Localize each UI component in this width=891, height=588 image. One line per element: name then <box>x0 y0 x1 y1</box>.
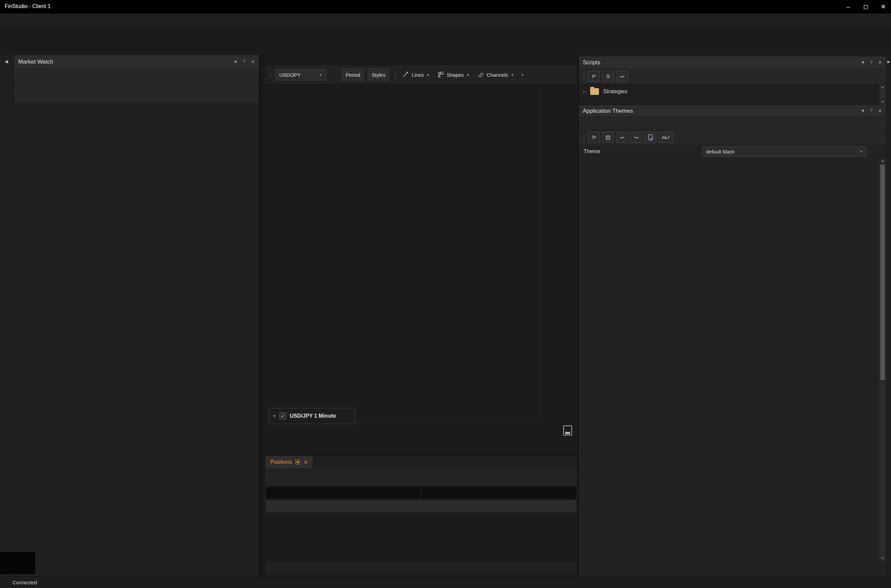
settings-scrollbar[interactable]: ▲ ▼ <box>879 158 886 561</box>
scripts-toolbar: ⋮ P S ⮠ <box>579 69 886 84</box>
market-watch-toolbar <box>14 69 259 84</box>
chart-toolbar: ⋮ USD/JPY▼ Period Styles ⋮ Lines▼ Shapes… <box>265 65 577 85</box>
market-watch-title: Market Watch <box>18 58 53 65</box>
pin-icon[interactable]: ⊤ <box>870 60 873 65</box>
toolbar-grip-icon[interactable]: ⋮ <box>581 136 585 139</box>
toolbar-overflow-icon[interactable]: ▼ <box>521 73 524 77</box>
theme-row: Theme default black▼ <box>579 145 886 158</box>
document-tabs <box>0 45 891 55</box>
main-toolbar <box>0 27 891 45</box>
time-axis[interactable] <box>288 423 539 440</box>
status-bar: Connected <box>0 576 891 588</box>
chart-area: ▼ ✓ USD/JPY 1 Minute <box>265 85 577 440</box>
close-panel-icon[interactable]: ✕ <box>251 59 255 64</box>
toolbar-grip-icon[interactable]: ⋮ <box>393 74 397 76</box>
scroll-thumb[interactable] <box>880 165 885 380</box>
new-script-icon[interactable]: S <box>602 71 614 82</box>
pin-icon[interactable]: ⊤ <box>242 59 246 64</box>
channels-dropdown[interactable]: Channels▼ <box>475 71 516 78</box>
empty-corner-block <box>0 552 35 574</box>
refresh-icon[interactable]: ⟳ <box>588 132 600 143</box>
period-button[interactable]: Period <box>342 68 364 81</box>
new-project-icon[interactable]: P <box>588 71 600 82</box>
left-collapse-gutter[interactable]: ◀ <box>0 55 14 576</box>
legend-label: USD/JPY 1 Minute <box>290 413 336 419</box>
export-theme-icon[interactable]: ⮡ <box>631 132 642 143</box>
positions-body <box>265 513 577 560</box>
chevron-down-icon[interactable]: ▼ <box>233 59 238 64</box>
chart-bottom-tabs <box>265 440 577 455</box>
window-copy-icon <box>295 460 300 465</box>
positions-actions <box>265 468 577 486</box>
maximize-button[interactable]: ◻ <box>861 3 870 10</box>
theme-select[interactable]: default black▼ <box>702 146 867 156</box>
theme-settings-list: ▲ ▼ <box>579 158 886 561</box>
folder-icon <box>590 88 599 95</box>
import-theme-icon[interactable]: ⮠ <box>617 132 628 143</box>
chart-workspace: ⋮ USD/JPY▼ Period Styles ⋮ Lines▼ Shapes… <box>265 55 577 576</box>
theme-label: Theme <box>584 148 600 154</box>
candlestick-plot[interactable] <box>288 85 539 423</box>
positions-tab[interactable]: Positions ✕ <box>265 456 313 468</box>
themes-tabs <box>579 117 886 130</box>
scroll-down-icon[interactable]: ▼ <box>879 555 886 561</box>
rename-theme-icon[interactable]: Ab <box>659 132 673 143</box>
price-axis[interactable] <box>539 85 577 423</box>
close-button[interactable]: ✕ <box>879 3 888 10</box>
toolbar-grip-icon[interactable]: ⋮ <box>581 75 585 78</box>
collapse-left-icon: ◀ <box>5 59 8 64</box>
save-theme-icon[interactable] <box>645 132 656 143</box>
scripts-tree: ▷ Strategies ▲ ▼ <box>579 84 886 105</box>
close-panel-icon[interactable]: ✕ <box>878 108 882 113</box>
expand-icon[interactable]: ▷ <box>584 90 586 94</box>
connection-status-icon <box>5 580 9 585</box>
symbol-select[interactable]: USD/JPY▼ <box>275 69 326 81</box>
positions-panel: Positions ✕ <box>265 455 577 560</box>
connection-status-text: Connected <box>12 580 37 585</box>
shapes-dropdown[interactable]: Shapes▼ <box>435 71 472 78</box>
toolbar-grip-icon[interactable]: ⋮ <box>268 74 272 76</box>
balance-bar <box>265 560 577 575</box>
delete-theme-icon[interactable] <box>602 132 614 143</box>
themes-toolbar: ⋮ ⟳ ⮠ ⮡ Ab <box>579 130 886 145</box>
title-bar: FinStudio - Client 1 – ◻ ✕ <box>0 0 891 14</box>
scroll-up-icon[interactable]: ▲ <box>879 84 886 90</box>
market-watch-header <box>14 84 259 104</box>
positions-summary <box>265 486 577 500</box>
scripts-title: Scripts <box>583 59 600 66</box>
lines-dropdown[interactable]: Lines▼ <box>400 71 432 78</box>
app-window: FinStudio - Client 1 – ◻ ✕ ◀ Market Watc… <box>0 0 891 588</box>
window-title: FinStudio - Client 1 <box>5 3 51 9</box>
legend-collapse-icon[interactable]: ▼ <box>272 414 276 418</box>
scroll-up-icon[interactable]: ▲ <box>879 158 886 164</box>
chevron-down-icon[interactable]: ▼ <box>861 108 865 113</box>
styles-button[interactable]: Styles <box>367 68 390 81</box>
collapse-right-icon: ▶ <box>887 60 890 64</box>
chart-legend[interactable]: ▼ ✓ USD/JPY 1 Minute <box>269 408 355 424</box>
tree-item-strategies[interactable]: ▷ Strategies <box>579 84 886 95</box>
themes-title: Application Themes <box>583 108 633 114</box>
market-watch-panel: Market Watch ▼ ⊤ ✕ <box>14 55 262 576</box>
chevron-down-icon[interactable]: ▼ <box>861 60 865 65</box>
close-panel-icon[interactable]: ✕ <box>878 60 882 65</box>
close-tab-icon[interactable]: ✕ <box>304 459 308 465</box>
menu-bar <box>0 14 891 27</box>
chart-screenshot-icon[interactable] <box>563 425 572 435</box>
scroll-down-icon[interactable]: ▼ <box>879 99 886 105</box>
minimize-button[interactable]: – <box>844 3 853 10</box>
scripts-scrollbar[interactable]: ▲ ▼ <box>879 84 886 105</box>
import-script-icon[interactable]: ⮠ <box>617 71 628 82</box>
right-dock: Scripts ▼ ⊤ ✕ ⋮ P S ⮠ ▷ Strategies ▲ ▼ A… <box>578 55 886 576</box>
pin-icon[interactable]: ⊤ <box>870 108 873 113</box>
workspace-tabs <box>265 55 577 65</box>
positions-columns <box>265 500 577 513</box>
legend-checkbox[interactable]: ✓ <box>280 412 286 419</box>
right-collapse-gutter[interactable]: ▶ <box>886 55 891 576</box>
